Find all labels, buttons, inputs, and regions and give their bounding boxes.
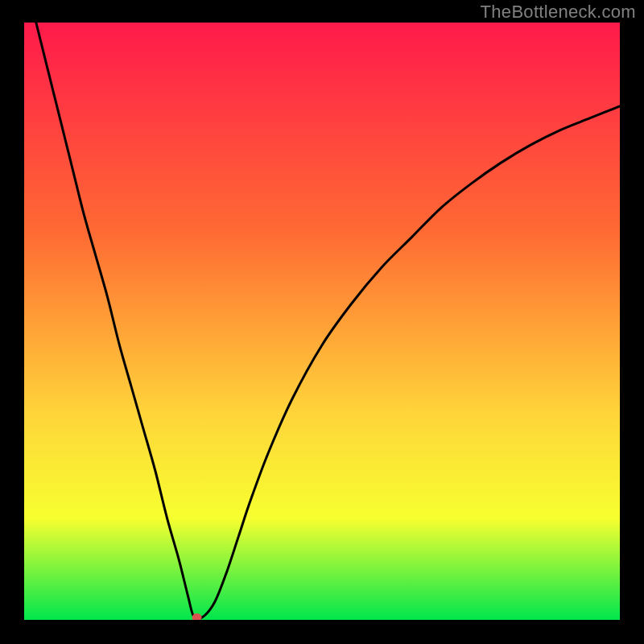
watermark-text: TheBottleneck.com: [481, 2, 636, 23]
chart-stage: TheBottleneck.com: [0, 0, 644, 644]
bottleneck-chart: [24, 23, 620, 620]
